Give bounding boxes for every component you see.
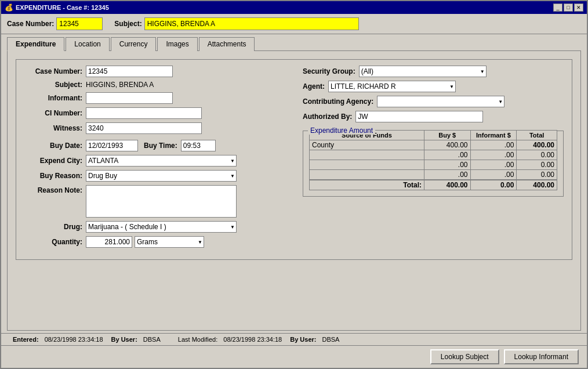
quantity-input[interactable]: [86, 236, 132, 248]
main-content: Case Number: Subject: HIGGINS, BRENDA A …: [7, 50, 581, 331]
main-window: 💰 EXPENDITURE - Case #: 12345 _ □ ✕ Case…: [0, 0, 588, 369]
row3-informant[interactable]: .00: [470, 160, 517, 170]
row4-informant[interactable]: .00: [470, 170, 517, 180]
status-bar: Entered: 08/23/1998 23:34:18 By User: DB…: [1, 333, 587, 345]
table-row: .00 .00 0.00: [310, 160, 557, 170]
row1-buy[interactable]: 400.00: [424, 140, 471, 150]
row1-total: 400.00: [517, 140, 557, 150]
contributing-agency-wrapper: [377, 96, 504, 107]
total-label: Total:: [310, 180, 424, 190]
tab-images[interactable]: Images: [157, 37, 197, 51]
row1-informant[interactable]: .00: [470, 140, 517, 150]
table-row: .00 .00 0.00: [310, 170, 557, 180]
drug-label: Drug:: [24, 223, 82, 231]
row3-total: 0.00: [517, 160, 557, 170]
row3-source[interactable]: [310, 160, 424, 170]
row2-total: 0.00: [517, 150, 557, 160]
tab-currency[interactable]: Currency: [111, 37, 157, 51]
modified-by-value: DBSA: [322, 336, 339, 343]
ci-number-row: CI Number:: [24, 107, 285, 119]
tab-attachments[interactable]: Attachments: [199, 37, 255, 51]
table-row: County 400.00 .00 400.00: [310, 140, 557, 150]
drug-wrapper: Marijuana - ( Schedule I ): [86, 221, 237, 233]
subject-value: HIGGINS, BRENDA A: [86, 81, 154, 89]
row1-source[interactable]: County: [310, 140, 424, 150]
row4-total: 0.00: [517, 170, 557, 180]
top-bar: Case Number: 12345 Subject: HIGGINS, BRE…: [1, 14, 587, 34]
tabs-bar: Expenditure Location Currency Images Att…: [1, 34, 587, 50]
tab-location[interactable]: Location: [66, 37, 109, 51]
reason-note-label: Reason Note:: [24, 185, 82, 194]
row4-source[interactable]: [310, 170, 424, 180]
maximize-button[interactable]: □: [564, 3, 573, 12]
buy-reason-row: Buy Reason: Drug Buy: [24, 170, 285, 182]
buy-time-input[interactable]: [181, 140, 216, 151]
informant-input[interactable]: [86, 92, 173, 104]
tab-expenditure[interactable]: Expenditure: [7, 37, 64, 51]
entered-label: Entered:: [13, 336, 39, 343]
lookup-subject-button[interactable]: Lookup Subject: [430, 349, 499, 364]
expend-city-row: Expend City: ATLANTA: [24, 155, 285, 167]
header-subject-label: Subject:: [114, 20, 141, 28]
quantity-unit-wrapper: Grams: [135, 236, 204, 248]
expenditure-table: Source of Funds Buy $ Informant $ Total …: [309, 130, 557, 190]
col-informant-header: Informant $: [470, 131, 517, 140]
subject-row: Subject: HIGGINS, BRENDA A: [24, 81, 285, 89]
table-row: .00 .00 0.00: [310, 150, 557, 160]
expenditure-amount-section: Expenditure Amount Source of Funds Buy $…: [303, 131, 564, 197]
ci-number-label: CI Number:: [24, 109, 82, 117]
header-case-number-label: Case Number:: [7, 20, 54, 28]
witness-label: Witness:: [24, 124, 82, 132]
buy-reason-select[interactable]: Drug Buy: [86, 170, 237, 182]
row3-buy[interactable]: .00: [424, 160, 471, 170]
case-number-row: Case Number:: [24, 66, 285, 77]
expend-city-select[interactable]: ATLANTA: [86, 155, 237, 167]
row4-buy[interactable]: .00: [424, 170, 471, 180]
agent-wrapper: LITTLE, RICHARD R: [328, 81, 456, 92]
buy-reason-label: Buy Reason:: [24, 172, 82, 180]
authorized-by-input[interactable]: [355, 111, 483, 122]
bottom-bar: Lookup Subject Lookup Informant: [1, 345, 587, 368]
agent-label: Agent:: [303, 82, 325, 91]
quantity-label: Quantity:: [24, 238, 82, 246]
security-group-label: Security Group:: [303, 67, 355, 75]
total-buy: 400.00: [424, 180, 471, 190]
reason-note-input[interactable]: [86, 185, 237, 218]
case-number-input[interactable]: [86, 66, 173, 77]
security-group-select[interactable]: (All): [359, 66, 487, 77]
left-column: Case Number: Subject: HIGGINS, BRENDA A …: [24, 66, 285, 251]
title-bar: 💰 EXPENDITURE - Case #: 12345 _ □ ✕: [1, 1, 587, 14]
ci-number-input[interactable]: [86, 107, 202, 119]
close-button[interactable]: ✕: [574, 3, 583, 12]
total-informant: 0.00: [470, 180, 517, 190]
contributing-agency-select[interactable]: [377, 96, 504, 107]
authorized-by-row: Authorized By:: [303, 111, 564, 122]
modified-value: 08/23/1998 23:34:18: [223, 336, 282, 343]
drug-select[interactable]: Marijuana - ( Schedule I ): [86, 221, 237, 233]
form-container: Case Number: Subject: HIGGINS, BRENDA A …: [16, 59, 572, 260]
row2-informant[interactable]: .00: [470, 150, 517, 160]
lookup-informant-button[interactable]: Lookup Informant: [504, 349, 579, 364]
window-title: EXPENDITURE - Case #: 12345: [16, 4, 109, 11]
buy-date-row: Buy Date: Buy Time:: [24, 140, 285, 151]
quantity-unit-select[interactable]: Grams: [135, 236, 204, 248]
case-number-label: Case Number:: [24, 67, 82, 75]
total-total: 400.00: [517, 180, 557, 190]
col-total-header: Total: [517, 131, 557, 140]
col-buy-header: Buy $: [424, 131, 471, 140]
drug-row: Drug: Marijuana - ( Schedule I ): [24, 221, 285, 233]
header-case-number-value: 12345: [56, 17, 103, 30]
row2-buy[interactable]: .00: [424, 150, 471, 160]
modified-label: Last Modified:: [178, 336, 217, 343]
buy-reason-wrapper: Drug Buy: [86, 170, 237, 182]
buy-date-input[interactable]: [86, 140, 138, 151]
header-case-number: Case Number: 12345: [7, 17, 103, 30]
title-bar-controls: _ □ ✕: [553, 3, 583, 12]
minimize-button[interactable]: _: [553, 3, 562, 12]
witness-input[interactable]: [86, 122, 202, 134]
informant-row: Informant:: [24, 92, 285, 104]
row2-source[interactable]: [310, 150, 424, 160]
agent-select[interactable]: LITTLE, RICHARD R: [328, 81, 456, 92]
header-subject-value: HIGGINS, BRENDA A: [144, 17, 359, 30]
authorized-by-label: Authorized By:: [303, 113, 352, 121]
